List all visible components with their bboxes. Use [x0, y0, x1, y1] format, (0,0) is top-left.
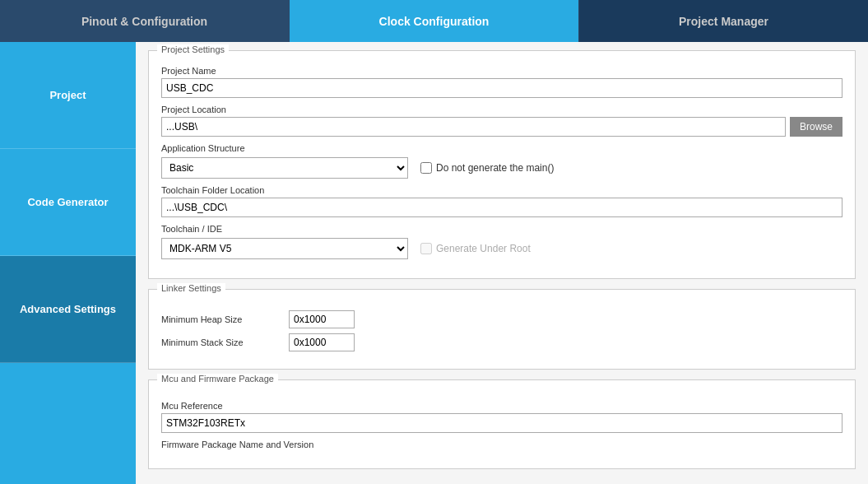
- do-not-generate-label[interactable]: Do not generate the main(): [420, 162, 554, 174]
- sidebar: Project Code Generator Advanced Settings: [0, 42, 136, 484]
- firmware-pkg-label: Firmware Package Name and Version: [161, 440, 842, 449]
- generate-under-root-checkbox[interactable]: [420, 243, 432, 254]
- app-structure-controls: Basic Advanced Do not generate the main(…: [161, 157, 842, 179]
- toolchain-ide-controls: MDK-ARM V5 STM32CubeIDE Makefile Generat…: [161, 238, 842, 259]
- mcu-firmware-box: Mcu and Firmware Package Mcu Reference F…: [148, 379, 856, 469]
- project-location-row: Project Location Browse: [161, 105, 842, 137]
- content-area: Project Settings Project Name Project Lo…: [136, 42, 868, 484]
- project-name-label: Project Name: [161, 66, 842, 76]
- tab-clock[interactable]: Clock Configuration: [290, 0, 579, 42]
- top-tab-bar: Pinout & Configuration Clock Configurati…: [0, 0, 868, 42]
- mcu-ref-row: Mcu Reference: [161, 401, 842, 433]
- app-structure-label: Application Structure: [161, 143, 842, 153]
- mcu-ref-input[interactable]: [161, 413, 842, 433]
- linker-settings-title: Linker Settings: [157, 283, 225, 293]
- firmware-pkg-row: Firmware Package Name and Version: [161, 440, 842, 449]
- min-heap-input[interactable]: [289, 310, 355, 328]
- main-layout: Project Code Generator Advanced Settings…: [0, 42, 868, 484]
- min-heap-row: Minimum Heap Size: [161, 310, 842, 328]
- toolchain-ide-row: Toolchain / IDE MDK-ARM V5 STM32CubeIDE …: [161, 224, 842, 259]
- project-name-input[interactable]: [161, 78, 842, 98]
- min-heap-label: Minimum Heap Size: [161, 314, 281, 324]
- sidebar-item-advanced-settings[interactable]: Advanced Settings: [0, 256, 136, 363]
- generate-under-root-label[interactable]: Generate Under Root: [420, 243, 531, 254]
- linker-settings-box: Linker Settings Minimum Heap Size Minimu…: [148, 289, 856, 370]
- toolchain-folder-row: Toolchain Folder Location: [161, 185, 842, 217]
- mcu-ref-label: Mcu Reference: [161, 401, 842, 411]
- toolchain-folder-input[interactable]: [161, 198, 842, 217]
- sidebar-item-project[interactable]: Project: [0, 42, 136, 149]
- toolchain-ide-label: Toolchain / IDE: [161, 224, 842, 234]
- min-stack-label: Minimum Stack Size: [161, 337, 281, 347]
- mcu-firmware-title: Mcu and Firmware Package: [157, 374, 278, 384]
- toolchain-folder-label: Toolchain Folder Location: [161, 185, 842, 195]
- tab-pinout[interactable]: Pinout & Configuration: [0, 0, 290, 42]
- app-structure-select[interactable]: Basic Advanced: [161, 157, 408, 179]
- project-location-label: Project Location: [161, 105, 842, 114]
- project-location-input[interactable]: [161, 117, 786, 137]
- min-stack-row: Minimum Stack Size: [161, 333, 842, 351]
- project-settings-title: Project Settings: [157, 44, 229, 54]
- project-location-input-row: Browse: [161, 117, 842, 137]
- browse-button[interactable]: Browse: [790, 117, 842, 137]
- project-name-row: Project Name: [161, 66, 842, 98]
- sidebar-item-code-generator[interactable]: Code Generator: [0, 149, 136, 256]
- project-settings-box: Project Settings Project Name Project Lo…: [148, 50, 856, 279]
- toolchain-ide-select[interactable]: MDK-ARM V5 STM32CubeIDE Makefile: [161, 238, 408, 259]
- min-stack-input[interactable]: [289, 333, 355, 351]
- tab-project-manager[interactable]: Project Manager: [579, 0, 868, 42]
- app-structure-row: Application Structure Basic Advanced Do …: [161, 143, 842, 179]
- do-not-generate-checkbox[interactable]: [420, 162, 432, 174]
